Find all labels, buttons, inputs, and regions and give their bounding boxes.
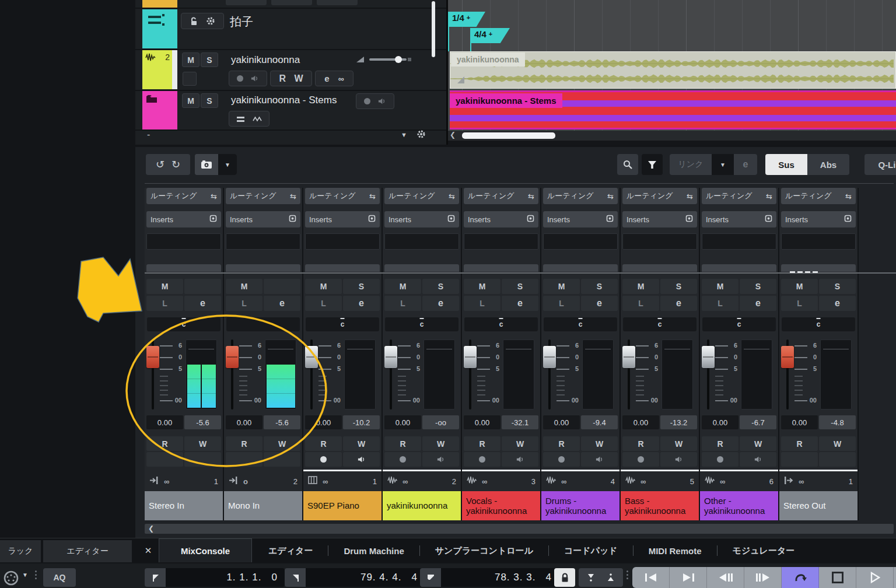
monitor-button[interactable] (343, 452, 380, 467)
goto-start-button[interactable] (632, 567, 670, 588)
listen-button[interactable]: L (464, 296, 501, 311)
routing-rack-header[interactable]: ルーティング ⇆ (781, 188, 856, 204)
routing-rack-header[interactable]: ルーティング ⇆ (702, 188, 776, 204)
read-automation-button[interactable]: R (226, 436, 262, 451)
volume-knob[interactable] (395, 56, 402, 63)
edit-button[interactable]: e (264, 296, 300, 311)
channel-name[interactable]: Drums - yakinikunoonna (541, 491, 620, 520)
read-automation-button[interactable]: R (622, 436, 659, 451)
insert-slot[interactable] (146, 233, 221, 250)
track-name-folder[interactable]: yakinikunoonna - Stems (231, 94, 337, 106)
volume-value[interactable]: 0.00 (146, 415, 183, 429)
pan-control[interactable]: c (147, 317, 220, 331)
edit-button[interactable]: e (324, 74, 329, 83)
mute-button[interactable]: M (305, 279, 342, 294)
channel-name[interactable]: Mono In (224, 491, 302, 520)
pan-control[interactable]: c (464, 317, 538, 331)
tab-lower-zone[interactable]: モジュレーター (718, 545, 810, 556)
fader-handle[interactable] (543, 346, 556, 368)
pan-control[interactable] (226, 317, 300, 331)
rewind-button[interactable] (707, 567, 744, 588)
sends-rack-header[interactable] (226, 264, 300, 272)
goto-end-button[interactable] (670, 567, 707, 588)
write-automation-button[interactable]: W (660, 436, 697, 451)
scrollbar-thumb[interactable] (462, 132, 555, 139)
edit-button[interactable]: e (422, 296, 459, 311)
insert-slot[interactable] (781, 233, 856, 250)
mute-button[interactable]: M (464, 279, 501, 294)
fade-handle-icon[interactable] (456, 75, 466, 85)
edit-button[interactable]: e (343, 296, 380, 311)
write-automation-button[interactable]: W (819, 436, 856, 451)
mute-button[interactable]: M (226, 279, 262, 294)
sends-rack-header[interactable] (146, 264, 221, 272)
tab-lower-zone[interactable]: MIDI Remote (634, 546, 717, 556)
mixer-hscrollbar[interactable]: ❮ (145, 524, 894, 534)
routing-rack-header[interactable]: ルーティング ⇆ (622, 188, 697, 204)
undo-icon[interactable]: ↺ (156, 158, 164, 171)
write-automation-button[interactable]: W (422, 436, 459, 451)
forward-button[interactable] (744, 567, 782, 588)
record-enable-button[interactable] (226, 452, 262, 467)
record-enable-button[interactable] (543, 452, 580, 467)
fader-handle[interactable] (622, 346, 635, 368)
monitor-button[interactable] (184, 452, 221, 467)
record-enable-button[interactable] (622, 452, 659, 467)
equals-icon[interactable] (236, 116, 245, 123)
insert-slot[interactable] (305, 233, 380, 250)
listen-button[interactable]: L (622, 296, 659, 311)
pan-control[interactable]: c (702, 317, 776, 331)
track-volume-control[interactable] (356, 55, 407, 63)
solo-button[interactable]: S (660, 279, 697, 294)
position-display[interactable]: 78. 3. 3. 4 (441, 568, 559, 587)
collapse-control[interactable]: - (147, 130, 150, 140)
cycle-button[interactable] (782, 567, 819, 588)
channel-name[interactable]: S90EP Piano (303, 491, 382, 520)
mute-button[interactable]: M (702, 279, 738, 294)
fader-handle[interactable] (702, 346, 715, 368)
tab-mixconsole[interactable]: MixConsole (159, 538, 252, 562)
routing-rack-header[interactable]: ルーティング ⇆ (305, 188, 380, 204)
listen-button[interactable]: L (146, 296, 183, 311)
solo-button[interactable]: S (201, 52, 218, 67)
edit-button[interactable]: e (581, 296, 618, 311)
listen-button[interactable]: L (305, 296, 342, 311)
record-enable-button[interactable] (384, 452, 421, 467)
pan-control[interactable]: c (306, 317, 379, 331)
mute-button[interactable]: M (543, 279, 580, 294)
listen-button[interactable]: L (226, 296, 262, 311)
pan-control[interactable]: c (623, 317, 696, 331)
volume-value[interactable]: 0.00 (464, 415, 501, 429)
volume-value[interactable]: 0.00 (781, 415, 818, 429)
track-color-signature[interactable] (142, 9, 177, 48)
play-button[interactable] (856, 567, 894, 588)
volume-value[interactable]: 0.00 (702, 415, 738, 429)
tab-lower-zone[interactable]: エディター (253, 545, 328, 556)
mute-button[interactable]: M (781, 279, 818, 294)
edit-button[interactable]: e (184, 296, 221, 311)
inserts-rack-header[interactable]: Inserts (226, 211, 300, 228)
inserts-rack-header[interactable]: Inserts (305, 211, 380, 228)
fader-handle[interactable] (384, 346, 397, 368)
midi-input-icon[interactable] (4, 570, 19, 586)
monitor-button[interactable] (819, 452, 856, 467)
edit-button[interactable]: e (819, 296, 856, 311)
link-button[interactable]: リンク (670, 159, 712, 170)
edit-button[interactable]: e (502, 296, 538, 311)
tab-lower-zone[interactable]: Drum Machine (328, 546, 419, 556)
monitor-button[interactable] (581, 452, 618, 467)
punch-out-icon[interactable] (606, 573, 615, 582)
record-enable-button[interactable] (702, 452, 738, 467)
record-enable-button[interactable] (305, 452, 342, 467)
read-automation-button[interactable]: R (305, 436, 342, 451)
channel-name[interactable]: Bass - yakinikunoonna (621, 491, 699, 520)
edit-button[interactable]: e (660, 296, 697, 311)
left-locator-flag-icon[interactable] (145, 568, 166, 587)
record-enable-button[interactable] (781, 452, 818, 467)
listen-button[interactable]: L (543, 296, 580, 311)
fader-handle[interactable] (226, 346, 239, 368)
write-automation-button[interactable]: W (343, 436, 380, 451)
listen-button[interactable]: L (781, 296, 818, 311)
peak-value[interactable]: -10.2 (343, 415, 380, 429)
empty-toggle[interactable] (183, 72, 197, 86)
